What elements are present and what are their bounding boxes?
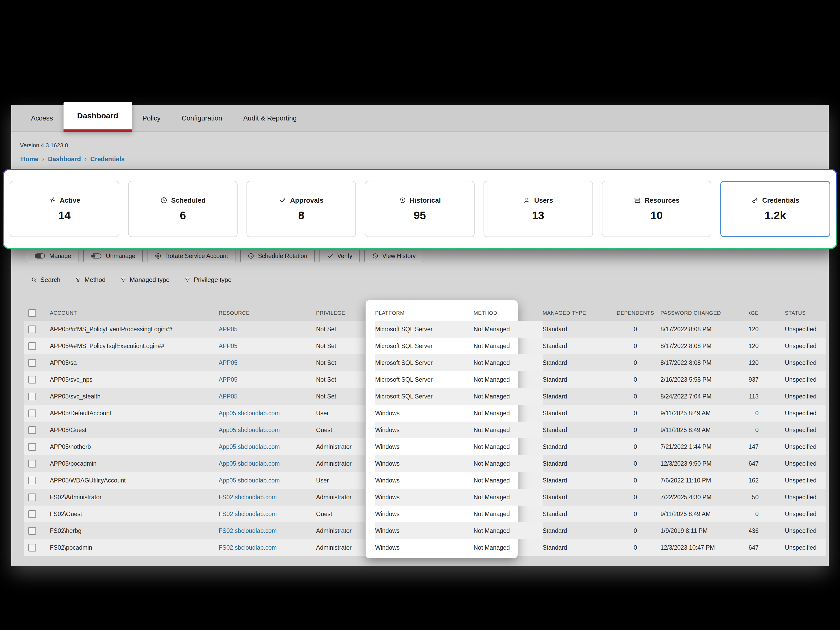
cell-status: Unspecified xyxy=(785,321,826,338)
verify-button[interactable]: Verify xyxy=(319,249,360,262)
button-label: Rotate Service Account xyxy=(165,253,228,260)
cell-status: Unspecified xyxy=(785,438,826,455)
column-header-privilege[interactable]: PRIVILEGE xyxy=(316,305,375,321)
filter-label: Managed type xyxy=(129,276,170,284)
column-header-status[interactable]: STATUS xyxy=(785,305,826,321)
view-history-button[interactable]: View History xyxy=(364,249,423,262)
cell-platform: Windows xyxy=(375,523,474,539)
stat-card-users[interactable]: Users13 xyxy=(483,181,593,237)
cell-resource[interactable]: FS02.sbcloudlab.com xyxy=(219,505,316,523)
cell-password-changed: 8/17/2022 8:08 PM xyxy=(660,354,749,371)
cell-resource[interactable]: App05.sbcloudlab.com xyxy=(219,455,316,472)
column-header-age[interactable]: AGE xyxy=(749,305,785,321)
table-row: FS02\herbgFS02.sbcloudlab.comAdministrat… xyxy=(24,523,826,539)
breadcrumb-separator: › xyxy=(39,155,48,163)
breadcrumb-credentials[interactable]: Credentials xyxy=(90,155,125,163)
cell-resource[interactable]: FS02.sbcloudlab.com xyxy=(219,489,316,505)
column-header-managed-type[interactable]: MANAGED TYPE xyxy=(543,305,610,321)
cell-resource[interactable]: APP05 xyxy=(219,371,316,388)
stat-card-credentials[interactable]: Credentials1.2k xyxy=(720,181,830,237)
column-header-platform[interactable]: PLATFORM xyxy=(375,305,474,321)
row-checkbox[interactable] xyxy=(28,544,36,551)
cell-managed-type: Standard xyxy=(543,472,610,489)
tab-policy[interactable]: Policy xyxy=(132,105,171,131)
row-checkbox[interactable] xyxy=(28,342,36,350)
history-icon xyxy=(372,253,379,259)
column-header-method[interactable]: METHOD xyxy=(474,305,543,321)
cell-resource[interactable]: FS02.sbcloudlab.com xyxy=(219,523,316,539)
row-checkbox[interactable] xyxy=(28,325,36,333)
tab-access[interactable]: Access xyxy=(21,105,63,131)
filter-managed-type[interactable]: Managed type xyxy=(120,276,170,284)
row-checkbox[interactable] xyxy=(28,443,36,451)
table-row: APP05\svc_stealthAPP05Not SetMicrosoft S… xyxy=(24,388,826,405)
action-toolbar: ManageUnmanageRotate Service AccountSche… xyxy=(27,249,423,262)
cell-resource[interactable]: App05.sbcloudlab.com xyxy=(219,422,316,438)
button-label: View History xyxy=(382,253,415,260)
cell-age: 1120 xyxy=(749,338,785,354)
cell-privilege: Not Set xyxy=(316,338,375,354)
cell-status: Unspecified xyxy=(785,523,826,539)
row-checkbox-cell xyxy=(24,438,50,455)
stat-card-approvals[interactable]: Approvals8 xyxy=(246,181,356,237)
tab-dashboard[interactable]: Dashboard xyxy=(63,102,132,132)
stat-card-resources[interactable]: Resources10 xyxy=(602,181,711,237)
row-checkbox[interactable] xyxy=(28,527,36,535)
stat-card-active[interactable]: Active14 xyxy=(10,181,119,237)
filter-method[interactable]: Method xyxy=(75,276,106,284)
cell-method: Not Managed xyxy=(474,438,543,455)
row-checkbox[interactable] xyxy=(28,510,36,518)
unmanage-button[interactable]: Unmanage xyxy=(83,249,143,262)
cell-resource[interactable]: App05.sbcloudlab.com xyxy=(219,405,316,422)
row-checkbox[interactable] xyxy=(28,376,36,384)
cell-resource[interactable]: App05.sbcloudlab.com xyxy=(219,438,316,455)
cell-method: Not Managed xyxy=(474,354,543,371)
filter-privilege-type[interactable]: Privilege type xyxy=(184,276,232,284)
cell-resource[interactable]: APP05 xyxy=(219,388,316,405)
cell-age: 1120 xyxy=(749,321,785,338)
running-icon xyxy=(49,197,56,204)
cell-resource[interactable]: FS02.sbcloudlab.com xyxy=(219,539,316,556)
manage-button[interactable]: Manage xyxy=(27,249,79,262)
breadcrumb-dashboard[interactable]: Dashboard xyxy=(48,155,81,163)
funnel-icon xyxy=(120,277,126,283)
cell-dependents: 0 xyxy=(610,354,660,371)
cell-password-changed: 8/17/2022 8:08 PM xyxy=(660,338,749,354)
column-header-resource[interactable]: RESOURCE xyxy=(219,305,316,321)
row-checkbox[interactable] xyxy=(28,477,36,484)
table-row: APP05\pocadminApp05.sbcloudlab.comAdmini… xyxy=(24,455,826,472)
column-header-dependents[interactable]: DEPENDENTS xyxy=(610,305,660,321)
stat-card-scheduled[interactable]: Scheduled6 xyxy=(128,181,238,237)
cell-resource[interactable]: APP05 xyxy=(219,321,316,338)
filter-search[interactable]: Search xyxy=(31,276,60,284)
tab-configuration[interactable]: Configuration xyxy=(171,105,233,131)
schedule-rotation-button[interactable]: Schedule Rotation xyxy=(240,249,315,262)
cell-method: Not Managed xyxy=(474,422,543,438)
row-checkbox[interactable] xyxy=(28,393,36,400)
rotate-service-account-button[interactable]: Rotate Service Account xyxy=(147,249,235,262)
row-checkbox[interactable] xyxy=(28,426,36,434)
row-checkbox[interactable] xyxy=(28,460,36,467)
cell-resource[interactable]: App05.sbcloudlab.com xyxy=(219,472,316,489)
filter-label: Search xyxy=(40,276,60,284)
cell-privilege: Administrator xyxy=(316,438,375,455)
select-all-checkbox[interactable] xyxy=(28,309,36,317)
row-checkbox[interactable] xyxy=(28,359,36,367)
breadcrumb-home[interactable]: Home xyxy=(21,155,39,163)
column-header-account[interactable]: ACCOUNT xyxy=(50,305,219,321)
version-label: Version 4.3.1623.0 xyxy=(20,142,68,149)
cell-resource[interactable]: APP05 xyxy=(219,338,316,354)
cell-resource[interactable]: APP05 xyxy=(219,354,316,371)
cell-account: APP05\DefaultAccount xyxy=(50,405,219,422)
filter-bar: SearchMethodManaged typePrivilege type xyxy=(31,276,232,284)
table-row: APP05\notherbApp05.sbcloudlab.comAdminis… xyxy=(24,438,826,455)
stat-card-historical[interactable]: Historical95 xyxy=(365,181,474,237)
tab-audit-reporting[interactable]: Audit & Reporting xyxy=(233,105,307,131)
column-header-password-changed[interactable]: PASSWORD CHANGED xyxy=(660,305,749,321)
row-checkbox[interactable] xyxy=(28,409,36,417)
table-header: ACCOUNTRESOURCEPRIVILEGEPLATFORMMETHODMA… xyxy=(24,305,826,321)
check-icon xyxy=(327,253,334,259)
cell-age: 1113 xyxy=(749,388,785,405)
cell-account: APP05\notherb xyxy=(50,438,219,455)
row-checkbox[interactable] xyxy=(28,494,36,501)
